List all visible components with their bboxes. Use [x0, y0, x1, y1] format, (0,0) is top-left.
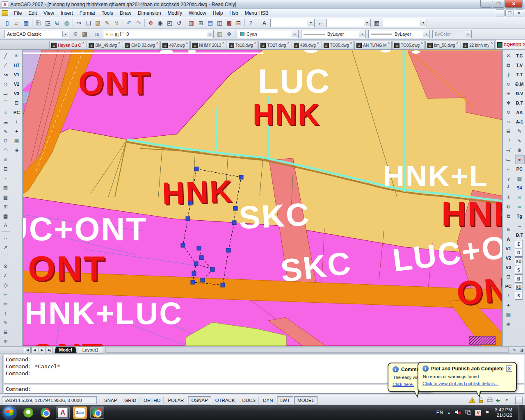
- draw-tool-button[interactable]: ⊖: [1, 136, 11, 145]
- toolbar-icon[interactable]: [143, 18, 146, 27]
- tab-close-icon[interactable]: ✕: [287, 41, 290, 45]
- custom-tool-button[interactable]: ↔: [515, 221, 525, 230]
- status-toggle[interactable]: MODEL: [294, 396, 317, 404]
- quick-tool-button[interactable]: ≋: [12, 51, 22, 60]
- taskbar-zalo[interactable]: Zalo: [73, 406, 87, 419]
- dimension-tool-button[interactable]: ⊘: [1, 261, 11, 271]
- draw-tool-button[interactable]: ╱: [1, 51, 11, 60]
- tab-close-icon[interactable]: ✕: [456, 41, 459, 45]
- custom-tool-button[interactable]: Đ.T: [515, 230, 525, 240]
- custom-tool-button[interactable]: ▦: [515, 173, 525, 183]
- draw-tool-button[interactable]: ◠: [1, 145, 11, 155]
- quick-tool-button[interactable]: V3: [12, 89, 22, 98]
- tray-chevron-icon[interactable]: ▼: [503, 397, 510, 404]
- tab-close-icon[interactable]: ✕: [254, 41, 257, 45]
- doc-tab[interactable]: bm_58.dwg ✕: [425, 41, 460, 49]
- chevron-down-icon[interactable]: ▼: [292, 31, 298, 37]
- toolbar-icon[interactable]: ▱: [12, 18, 21, 27]
- plot-status-icon[interactable]: [486, 397, 493, 404]
- quick-tool-button[interactable]: ▦: [12, 136, 22, 145]
- menu-item[interactable]: Draw: [116, 9, 135, 17]
- status-toggle[interactable]: ORTHO: [140, 396, 164, 404]
- quick-tool-button[interactable]: ⊡: [504, 272, 514, 281]
- bulb-icon[interactable]: ●: [105, 32, 108, 37]
- quick-tool-button[interactable]: V3: [504, 262, 514, 272]
- quick-tool-button[interactable]: +: [504, 300, 514, 310]
- network-icon[interactable]: [465, 409, 471, 416]
- close-button[interactable]: ✕: [505, 0, 523, 8]
- dimension-tool-button[interactable]: ⊨: [1, 299, 11, 308]
- toolbar-icon[interactable]: ◍: [62, 18, 71, 27]
- custom-tool-button[interactable]: ⊕: [515, 145, 525, 155]
- style-combo[interactable]: ▼: [383, 19, 427, 27]
- doc-tab[interactable]: 497.dwg ✕: [160, 41, 190, 49]
- doc-tab[interactable]: BM_49.dwg ✕: [87, 41, 122, 49]
- balloon-close-icon[interactable]: ✕: [506, 365, 512, 372]
- app-icon[interactable]: A: [2, 1, 8, 8]
- land-use-map[interactable]: ONTONTLUCHNKHNKHNKHNKSKCSKCHNK+LHNKHNKLU…: [23, 50, 502, 346]
- toolbar-icon[interactable]: ◰: [165, 18, 174, 27]
- toolbar-icon[interactable]: ⧉: [52, 18, 62, 27]
- dimension-tool-button[interactable]: ⊞: [1, 337, 11, 346]
- menu-item[interactable]: Modify: [164, 9, 185, 17]
- draw-tool-button[interactable]: ⌒: [1, 98, 11, 107]
- draw-tool-button[interactable]: ▦: [1, 211, 11, 221]
- update-icon[interactable]: [495, 397, 502, 404]
- quick-tool-button[interactable]: PC: [504, 281, 514, 291]
- quick-tool-button[interactable]: V1: [12, 70, 22, 79]
- modify-tool-button[interactable]: ∦: [504, 70, 514, 79]
- grip-handle[interactable]: [188, 201, 192, 205]
- modify-tool-button[interactable]: ↻: [504, 107, 514, 117]
- toolbar-icon[interactable]: ❏: [84, 18, 93, 27]
- toolbar-icon[interactable]: [31, 18, 34, 27]
- tab-close-icon[interactable]: ✕: [490, 41, 493, 45]
- menu-item[interactable]: Edit: [25, 9, 40, 17]
- draw-tool-button[interactable]: ◇: [1, 79, 11, 89]
- doc-tab[interactable]: NHMY 2013 ✕: [190, 41, 226, 49]
- toolbar-icon[interactable]: ▩: [224, 18, 234, 27]
- custom-tool-button[interactable]: Đ.V: [515, 89, 525, 98]
- clean-screen-button[interactable]: [515, 397, 523, 404]
- custom-tool-button[interactable]: ∿: [515, 136, 525, 145]
- grip-handle[interactable]: [221, 283, 225, 287]
- modify-tool-button[interactable]: ⌐: [504, 164, 514, 173]
- status-toggle[interactable]: DYN: [260, 396, 276, 404]
- draw-tool-button[interactable]: ∿: [1, 126, 11, 136]
- quick-tool-button[interactable]: ⊡: [12, 98, 22, 107]
- grip-handle[interactable]: [239, 175, 243, 179]
- layer-tool-button[interactable]: ▥: [215, 30, 224, 39]
- layer-manager-icon[interactable]: ≋: [92, 30, 102, 39]
- modify-tool-button[interactable]: ⊟: [504, 126, 514, 136]
- toolbar-icon[interactable]: ?: [246, 18, 256, 27]
- style-icon[interactable]: ▦: [372, 18, 381, 27]
- toolbar-icon[interactable]: ▯: [2, 18, 12, 27]
- toolbar-icon[interactable]: ◲: [43, 18, 52, 27]
- modify-tool-button[interactable]: ≎: [504, 79, 514, 89]
- chevron-down-icon[interactable]: ▼: [423, 31, 429, 37]
- toolbar-icon[interactable]: ⊟: [234, 18, 243, 27]
- status-toggle[interactable]: LWT: [277, 396, 293, 404]
- modify-tool-button[interactable]: ✳: [504, 192, 514, 202]
- grip-handle[interactable]: [199, 256, 203, 260]
- toolbar-icon[interactable]: [243, 18, 246, 27]
- quick-tool-button[interactable]: ▦: [504, 310, 514, 319]
- menu-item[interactable]: Format: [76, 9, 98, 17]
- toolbar-icon[interactable]: [121, 18, 124, 27]
- quick-tool-button[interactable]: HT: [12, 60, 22, 70]
- doc-restore-button[interactable]: ❐: [505, 9, 514, 16]
- menu-item[interactable]: View: [40, 9, 57, 17]
- dimension-tool-button[interactable]: ✎: [1, 318, 11, 327]
- toolbar-icon[interactable]: [184, 18, 187, 27]
- custom-tool-button[interactable]: T.C: [515, 51, 525, 60]
- custom-tool-button[interactable]: Đ: [515, 274, 523, 283]
- grip-handle[interactable]: [192, 272, 196, 276]
- custom-tool-button[interactable]: XD: [515, 257, 523, 265]
- tab-close-icon[interactable]: ✕: [350, 41, 353, 45]
- quick-tool-button[interactable]: +: [12, 126, 22, 136]
- custom-tool-button[interactable]: Tg: [515, 211, 525, 221]
- chevron-down-icon[interactable]: ▼: [207, 31, 213, 37]
- menu-item[interactable]: Help: [210, 9, 226, 17]
- map-canvas[interactable]: ONTONTLUCHNKHNKHNKHNKSKCSKCHNK+LHNKHNKLU…: [23, 50, 502, 346]
- modify-tool-button[interactable]: ╭: [504, 173, 514, 183]
- chevron-down-icon[interactable]: ▼: [308, 20, 314, 26]
